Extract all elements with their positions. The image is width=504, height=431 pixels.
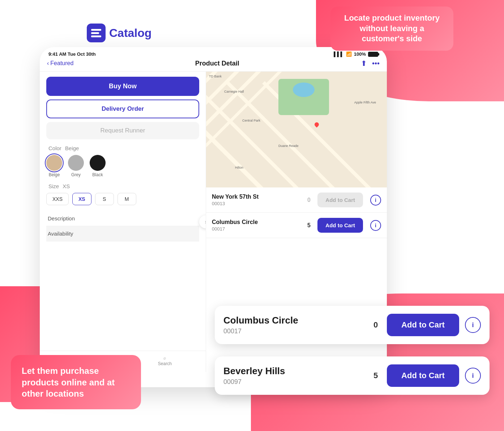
tab-description[interactable]: Description [46, 211, 199, 226]
buy-now-button[interactable]: Buy Now [46, 77, 199, 96]
add-to-cart-button-2[interactable]: Add to Cart [317, 218, 363, 233]
back-chevron-icon: ‹ [47, 60, 49, 67]
catalog-title: Catalog [109, 26, 151, 40]
color-circle-black[interactable] [90, 155, 106, 171]
size-s[interactable]: S [95, 193, 114, 205]
store-info-2: Columbus Circle 00017 [212, 219, 300, 232]
size-options: XXS XS S M [46, 193, 199, 205]
icon-bar-3 [91, 35, 101, 37]
store-qty-2: 5 [304, 222, 313, 229]
map-water [293, 83, 315, 97]
share-icon[interactable]: ⬆ [361, 59, 367, 68]
size-xs[interactable]: XS [72, 193, 91, 205]
nav-actions: ⬆ ••• [361, 59, 380, 68]
color-option-black[interactable]: Black [90, 155, 106, 177]
store-name-1: New York 57th St [212, 194, 300, 200]
map-label-1: TD Bank [209, 75, 222, 78]
map-container: TD Bank Carnegie Hall Central Park Duane… [206, 72, 387, 187]
store-list: New York 57th St 00013 0 Add to Cart i C… [206, 187, 387, 372]
battery-fill [369, 52, 377, 56]
catalog-app-icon [87, 24, 106, 42]
expanded-store-card-2: Beverley Hills 00097 5 Add to Cart i [215, 356, 490, 395]
expanded-qty-1: 0 [370, 320, 381, 330]
nav-search[interactable]: ⌕ Search [158, 355, 172, 366]
callout-bottom: Let them purchase products online and at… [11, 355, 141, 409]
expanded-store-name-2: Beverley Hills [223, 365, 364, 377]
store-name-2: Columbus Circle [212, 219, 300, 225]
battery-icon [368, 52, 378, 57]
color-circle-beige[interactable] [46, 155, 62, 171]
catalog-icon-inner [91, 29, 101, 37]
expanded-add-cart-button-2[interactable]: Add to Cart [387, 364, 459, 387]
callout-bottom-text: Let them purchase products online and at… [22, 366, 115, 398]
nav-back-label: Featured [50, 60, 73, 67]
color-options: Beige Grey Black [46, 155, 199, 177]
icon-bar-1 [91, 29, 101, 31]
expanded-store-info-1: Columbus Circle 00017 [223, 315, 364, 335]
more-icon[interactable]: ••• [372, 59, 380, 68]
delivery-order-button[interactable]: Delivery Order [46, 100, 199, 118]
request-runner-button[interactable]: Request Runner [46, 122, 199, 139]
tab-availability[interactable]: Availability [46, 226, 199, 241]
map-label-2: Carnegie Hall [224, 90, 244, 93]
search-nav-icon: ⌕ [163, 355, 166, 360]
battery-pct: 100% [354, 51, 366, 57]
app-header: Catalog [87, 24, 151, 42]
callout-top: Locate product inventory without leaving… [330, 7, 453, 51]
expanded-store-card-1: Columbus Circle 00017 0 Add to Cart i [215, 306, 490, 344]
nav-title: Product Detail [195, 60, 239, 67]
store-item-2: Columbus Circle 00017 5 Add to Cart i [206, 213, 387, 238]
status-right: ▌▌▌ 📶 100% [334, 51, 378, 57]
signal-icon: ▌▌▌ [334, 51, 344, 57]
expanded-qty-2: 5 [370, 371, 381, 380]
tab-section: Description Availability [46, 211, 199, 241]
size-m[interactable]: M [118, 193, 136, 205]
left-panel: Buy Now Delivery Order Request Runner Co… [40, 72, 206, 372]
color-circle-grey[interactable] [68, 155, 84, 171]
store-qty-1: 0 [304, 197, 313, 203]
info-button-2[interactable]: i [370, 220, 381, 231]
map-label-6: Apple Fifth Ave [354, 101, 376, 104]
color-label-beige: Beige [49, 172, 60, 177]
store-code-2: 00017 [212, 226, 300, 232]
color-label-grey: Grey [71, 172, 81, 177]
expanded-store-code-1: 00017 [223, 328, 364, 335]
nav-bar: ‹ Featured Product Detail ⬆ ••• [40, 59, 387, 72]
map-label-4: Duane Reade [278, 144, 299, 148]
callout-top-text: Locate product inventory without leaving… [344, 13, 440, 43]
map-label-3: Central Park [242, 119, 260, 122]
color-section: Color Beige Beige Grey [46, 145, 199, 177]
wifi-icon: 📶 [346, 51, 352, 57]
expanded-store-name-1: Columbus Circle [223, 315, 364, 326]
expanded-info-button-2[interactable]: i [465, 368, 481, 384]
expanded-info-button-1[interactable]: i [465, 317, 481, 333]
store-item-1: New York 57th St 00013 0 Add to Cart i [206, 187, 387, 213]
size-xxs[interactable]: XXS [46, 193, 69, 205]
nav-back[interactable]: ‹ Featured [47, 60, 73, 67]
expanded-store-code-2: 00097 [223, 378, 364, 386]
store-info-1: New York 57th St 00013 [212, 194, 300, 206]
expanded-store-info-2: Beverley Hills 00097 [223, 365, 364, 386]
panel-expand-arrow[interactable]: › [199, 215, 206, 228]
map-bg: TD Bank Carnegie Hall Central Park Duane… [206, 72, 387, 187]
color-label-black: Black [92, 172, 103, 177]
size-label: Size XS [46, 183, 199, 189]
map-label-5: Hilton [235, 166, 243, 169]
info-button-1[interactable]: i [370, 195, 381, 206]
status-time: 9:41 AM Tue Oct 30th [48, 51, 96, 57]
color-option-grey[interactable]: Grey [68, 155, 84, 177]
color-label: Color Beige [46, 145, 199, 151]
add-to-cart-button-1[interactable]: Add to Cart [317, 193, 363, 207]
size-section: Size XS XXS XS S M [46, 183, 199, 205]
color-option-beige[interactable]: Beige [46, 155, 62, 177]
store-code-1: 00013 [212, 201, 300, 206]
expanded-add-cart-button-1[interactable]: Add to Cart [387, 314, 459, 336]
map-pin [314, 122, 320, 128]
icon-bar-2 [91, 32, 99, 34]
search-nav-label: Search [158, 361, 172, 366]
